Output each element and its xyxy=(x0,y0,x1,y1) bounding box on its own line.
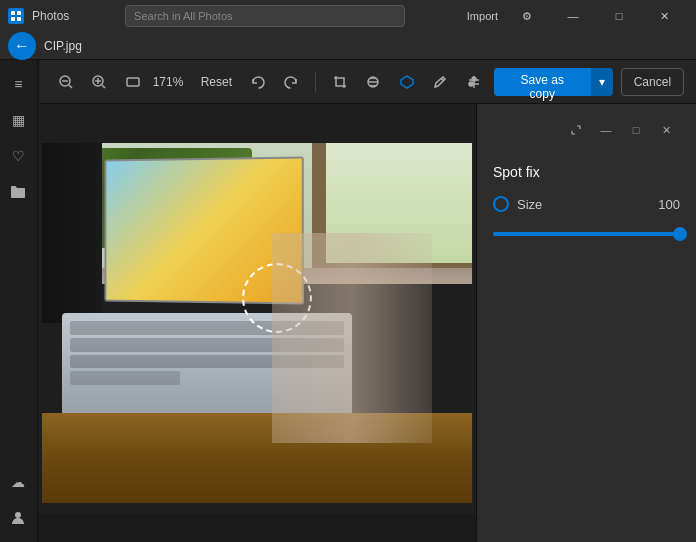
svg-marker-15 xyxy=(401,76,413,88)
sub-window-minimize-button[interactable]: — xyxy=(592,120,620,140)
save-dropdown-button[interactable]: ▾ xyxy=(591,68,613,96)
app-icon xyxy=(8,8,24,24)
sub-window-expand-button[interactable] xyxy=(562,120,590,140)
zoom-in-button[interactable] xyxy=(86,68,114,96)
sidebar-item-gallery[interactable]: ▦ xyxy=(2,104,34,136)
maximize-button[interactable]: □ xyxy=(596,0,642,32)
panel-title: Spot fix xyxy=(493,164,680,180)
sub-window-close-button[interactable]: ✕ xyxy=(652,120,680,140)
cancel-button[interactable]: Cancel xyxy=(621,68,684,96)
sub-window-maximize-button[interactable]: □ xyxy=(622,120,650,140)
svg-rect-0 xyxy=(11,11,15,15)
sidebar-item-menu[interactable]: ≡ xyxy=(2,68,34,100)
search-placeholder: Search in All Photos xyxy=(134,10,232,22)
back-button[interactable] xyxy=(8,32,36,60)
size-slider-fill xyxy=(493,232,680,236)
zoom-out-button[interactable] xyxy=(52,68,80,96)
window-controls: — □ ✕ xyxy=(550,0,688,32)
save-as-copy-button[interactable]: Save as copy xyxy=(494,68,591,96)
photo-ghost xyxy=(272,233,432,443)
toolbar-divider-1 xyxy=(315,72,316,92)
size-slider-track[interactable] xyxy=(493,232,680,236)
draw-button[interactable] xyxy=(427,68,455,96)
zoom-level: 171% xyxy=(153,75,189,89)
bottom-bar xyxy=(38,514,476,542)
toolbar: 171% Reset xyxy=(40,60,696,104)
dark-left xyxy=(42,143,102,323)
svg-point-21 xyxy=(469,82,473,86)
content-area: — □ ✕ Spot fix Size 100 xyxy=(38,104,696,542)
size-icon xyxy=(493,196,509,212)
svg-point-4 xyxy=(15,512,21,518)
adjustments-button[interactable] xyxy=(460,68,488,96)
close-button[interactable]: ✕ xyxy=(642,0,688,32)
minimize-button[interactable]: — xyxy=(550,0,596,32)
svg-line-11 xyxy=(102,85,105,88)
title-bar: Photos Search in All Photos Import ⚙ — □… xyxy=(0,0,696,32)
sub-title-bar: CIP.jpg xyxy=(0,32,696,60)
search-bar[interactable]: Search in All Photos xyxy=(125,5,405,27)
size-slider-container[interactable] xyxy=(493,228,680,240)
file-name: CIP.jpg xyxy=(44,39,82,53)
size-label: Size xyxy=(517,197,650,212)
back-arrow-icon xyxy=(14,37,30,55)
settings-button[interactable]: ⚙ xyxy=(516,8,538,25)
svg-line-7 xyxy=(69,85,72,88)
toolbar-actions: Save as copy ▾ Cancel xyxy=(494,68,684,96)
svg-rect-12 xyxy=(127,78,139,86)
import-button[interactable]: Import xyxy=(461,8,504,24)
save-group: Save as copy ▾ xyxy=(494,68,613,96)
reset-button[interactable]: Reset xyxy=(195,73,238,91)
redo-button[interactable] xyxy=(278,68,306,96)
app-name: Photos xyxy=(32,9,69,23)
filter-button[interactable] xyxy=(360,68,388,96)
undo-button[interactable] xyxy=(244,68,272,96)
sidebar-item-cloud[interactable]: ☁ xyxy=(2,466,34,498)
heal-button[interactable] xyxy=(393,68,421,96)
right-panel: — □ ✕ Spot fix Size 100 xyxy=(476,104,696,542)
size-row: Size 100 xyxy=(493,196,680,212)
size-slider-thumb[interactable] xyxy=(673,227,687,241)
sidebar-item-favorites[interactable]: ♡ xyxy=(2,140,34,172)
sidebar-item-people[interactable] xyxy=(2,502,34,534)
crop-button[interactable] xyxy=(326,68,354,96)
sub-window-controls: — □ ✕ xyxy=(493,120,680,140)
sidebar-item-folders[interactable] xyxy=(2,176,34,208)
title-bar-left: Photos xyxy=(8,8,69,24)
svg-rect-3 xyxy=(17,17,21,21)
main-layout: ≡ ▦ ♡ ☁ xyxy=(0,60,696,542)
canvas-area[interactable] xyxy=(38,104,476,542)
aspect-ratio-button[interactable] xyxy=(119,68,147,96)
photo-container xyxy=(42,143,472,503)
left-sidebar: ≡ ▦ ♡ ☁ xyxy=(0,60,38,542)
title-bar-right: Import ⚙ — □ ✕ xyxy=(461,0,688,32)
size-value: 100 xyxy=(658,197,680,212)
svg-rect-1 xyxy=(17,11,21,15)
svg-rect-2 xyxy=(11,17,15,21)
